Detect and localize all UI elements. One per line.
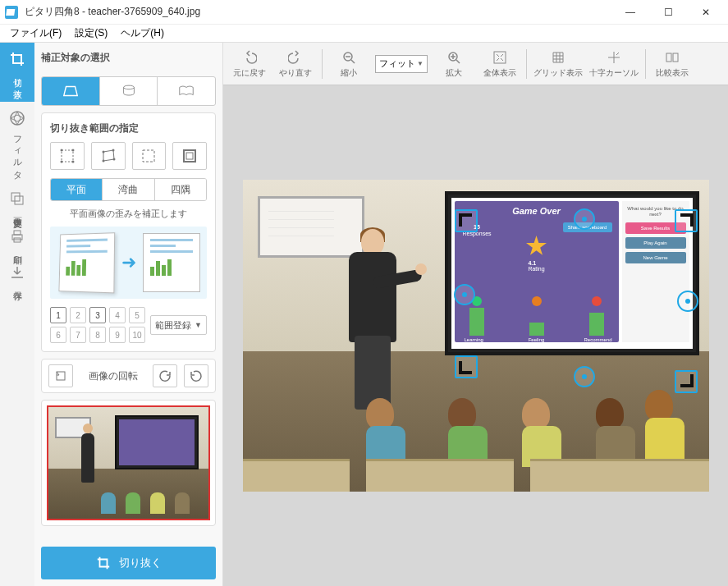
preset-slot-8[interactable]: 8 [89, 327, 106, 343]
shape-book[interactable] [158, 77, 215, 105]
undo-icon [241, 49, 258, 66]
transform-icon [9, 190, 25, 207]
tab-print[interactable]: 印刷 [0, 220, 34, 256]
preset-slot-1[interactable]: 1 [50, 307, 66, 323]
svg-point-13 [71, 161, 74, 163]
crop-handle-bottom-right[interactable] [675, 370, 698, 393]
crop-execute-button[interactable]: 切り抜く [41, 547, 216, 579]
surface-flat[interactable]: 平面 [51, 179, 103, 200]
menu-file[interactable]: ファイル(F) [3, 25, 68, 42]
svg-rect-20 [186, 153, 193, 159]
range-tool-corners[interactable] [50, 142, 85, 170]
preset-slot-2[interactable]: 2 [70, 307, 86, 323]
viewport[interactable]: Game Over 15Responses Share scoreboard 4… [223, 85, 728, 586]
shape-mode-segment [41, 76, 216, 106]
preset-slot-4[interactable]: 4 [109, 307, 126, 323]
crop-icon [9, 51, 25, 67]
surface-curved[interactable]: 湾曲 [103, 179, 154, 200]
surface-corners[interactable]: 四隅 [155, 179, 206, 200]
svg-rect-25 [666, 53, 671, 62]
svg-point-15 [112, 149, 114, 152]
preset-slot-7[interactable]: 7 [70, 327, 86, 343]
shape-cylinder[interactable] [100, 77, 158, 105]
grid-toggle-button[interactable]: グリッド表示 [530, 44, 586, 84]
preset-slot-9[interactable]: 9 [109, 327, 126, 343]
range-tool-rect-solid[interactable] [172, 142, 207, 170]
menu-help[interactable]: ヘルプ(H) [114, 25, 171, 42]
preset-slots: 12345678910 [50, 307, 145, 343]
zoom-out-icon [341, 49, 357, 66]
range-register-dropdown[interactable]: 範囲登録▼ [150, 315, 207, 335]
canvas-toolbar: 元に戻す やり直す 縮小 フィット▼ 拡大 全体表示 グリッド表示 十字カーソル… [223, 43, 728, 85]
crop-handle-left[interactable] [453, 283, 476, 306]
shape-trapezoid[interactable] [42, 77, 100, 105]
zoom-out-button[interactable]: 縮小 [326, 44, 372, 84]
crop-range-title: 切り抜き範囲の指定 [50, 121, 207, 135]
rotate-ccw-button[interactable] [153, 364, 177, 387]
fit-all-button[interactable]: 全体表示 [477, 44, 523, 84]
correction-target-title: 補正対象の選択 [41, 49, 216, 70]
svg-point-11 [71, 149, 74, 152]
svg-rect-24 [494, 52, 506, 63]
aperture-icon [9, 110, 25, 126]
svg-point-17 [102, 160, 104, 163]
tab-filter[interactable]: フィルタ [0, 102, 34, 182]
menubar: ファイル(F) 設定(S) ヘルプ(H) [0, 25, 728, 43]
fit-all-icon [492, 49, 508, 66]
preset-slot-6[interactable]: 6 [50, 327, 66, 343]
arrow-right-icon: ➜ [121, 252, 136, 273]
rotate-label: 画像の回転 [80, 369, 146, 383]
compare-icon [664, 49, 680, 66]
svg-rect-9 [62, 150, 73, 162]
close-button[interactable]: ✕ [687, 0, 725, 25]
svg-point-8 [123, 85, 134, 89]
download-icon [9, 264, 25, 281]
svg-rect-19 [184, 150, 195, 162]
crop-handle-top[interactable] [573, 208, 596, 231]
preset-slot-10[interactable]: 10 [129, 327, 145, 343]
window-title: ピタリ四角8 - teacher-3765909_640.jpg [25, 5, 611, 19]
range-tool-rect-dashed[interactable] [132, 142, 167, 170]
surface-hint: 平面画像の歪みを補正します [50, 208, 207, 220]
svg-rect-1 [6, 9, 15, 16]
photo-canvas[interactable]: Game Over 15Responses Share scoreboard 4… [243, 180, 709, 492]
projector-side-button: Play Again [625, 237, 686, 249]
minimize-button[interactable]: — [611, 0, 649, 25]
zoom-in-button[interactable]: 拡大 [431, 44, 477, 84]
svg-point-16 [112, 158, 115, 161]
menu-settings[interactable]: 設定(S) [68, 25, 114, 42]
svg-rect-26 [673, 53, 678, 62]
crop-range-panel: 切り抜き範囲の指定 平面 湾曲 四隅 平面画像の歪みを補正します ➜ 12345… [41, 112, 216, 352]
crop-handle-top-right[interactable] [675, 209, 698, 232]
redo-icon [287, 49, 304, 66]
thumbnail-preview[interactable] [47, 405, 210, 520]
crop-handle-top-left[interactable] [455, 209, 478, 232]
crop-handle-right[interactable] [676, 290, 699, 313]
preset-slot-3[interactable]: 3 [89, 307, 106, 323]
crop-handle-bottom-left[interactable] [455, 355, 478, 378]
printer-icon [9, 228, 25, 245]
rotate-panel: 画像の回転 [41, 359, 216, 393]
tab-transform[interactable]: 画像変更 [0, 182, 34, 220]
svg-point-2 [11, 112, 24, 125]
titlebar: ピタリ四角8 - teacher-3765909_640.jpg — ☐ ✕ [0, 0, 728, 25]
redo-button[interactable]: やり直す [272, 44, 318, 84]
app-icon [3, 4, 20, 21]
zoom-level-select[interactable]: フィット▼ [375, 55, 428, 73]
crosshair-icon [606, 49, 622, 66]
range-tool-polygon[interactable] [91, 142, 126, 170]
crosshair-toggle-button[interactable]: 十字カーソル [586, 44, 642, 84]
compare-toggle-button[interactable]: 比較表示 [649, 44, 695, 84]
maximize-button[interactable]: ☐ [649, 0, 687, 25]
crop-handle-bottom[interactable] [573, 365, 596, 388]
svg-point-14 [102, 151, 104, 153]
undo-button[interactable]: 元に戻す [227, 44, 272, 84]
grid-icon [550, 49, 566, 66]
tab-crop[interactable]: 切り抜き [0, 43, 34, 102]
tab-save[interactable]: 保存 [0, 256, 34, 292]
projector-side-button: New Game [625, 252, 686, 263]
rotate-reset-button[interactable] [48, 364, 73, 387]
rotate-cw-button[interactable] [184, 364, 208, 387]
preset-slot-5[interactable]: 5 [129, 307, 145, 323]
left-tabstrip: 切り抜き フィルタ 画像変更 印刷 保存 [0, 43, 34, 586]
